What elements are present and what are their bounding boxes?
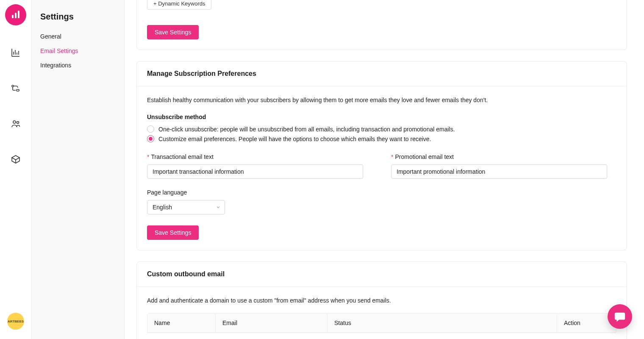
card-keywords: + Dynamic Keywords Save Settings — [136, 0, 627, 50]
radio-oneclick-row[interactable]: One-click unsubscribe: people will be un… — [147, 125, 616, 133]
svg-rect-2 — [18, 11, 19, 18]
svg-point-9 — [12, 85, 14, 87]
sidebar-item-email-settings[interactable]: Email Settings — [36, 44, 120, 58]
bar-chart-logo-icon — [11, 11, 20, 19]
audience-icon — [11, 119, 21, 129]
app-logo[interactable] — [5, 4, 26, 25]
required-marker: * — [147, 153, 149, 160]
promotional-input[interactable] — [391, 164, 607, 179]
card-custom-outbound-email: Custom outbound email Add and authentica… — [136, 261, 627, 339]
sidebar-item-label: Email Settings — [40, 47, 78, 54]
chat-launcher[interactable] — [608, 304, 632, 329]
transactional-label: Transactional email text — [151, 153, 213, 160]
subscription-description: Establish healthy communication with you… — [147, 97, 616, 103]
outbound-description: Add and authenticate a domain to use a c… — [147, 297, 616, 304]
col-name: Name — [147, 314, 215, 333]
save-settings-button[interactable]: Save Settings — [147, 225, 199, 240]
dynamic-keywords-button[interactable]: + Dynamic Keywords — [147, 0, 211, 10]
chat-icon — [613, 310, 626, 323]
svg-rect-10 — [17, 89, 19, 91]
radio-oneclick-input[interactable] — [147, 125, 154, 133]
page-language-label: Page language — [147, 189, 187, 196]
sidebar-item-general[interactable]: General — [36, 29, 120, 44]
nav-audience[interactable] — [7, 115, 24, 132]
user-avatar[interactable]: ARTBEES — [7, 313, 24, 330]
promotional-label: Promotional email text — [395, 153, 454, 160]
promotional-field: * Promotional email text — [391, 153, 616, 179]
nav-products[interactable] — [7, 151, 24, 168]
svg-point-12 — [17, 122, 19, 124]
svg-rect-0 — [12, 15, 14, 18]
transactional-input[interactable] — [147, 164, 363, 179]
sidebar-item-label: General — [40, 33, 61, 40]
analytics-icon — [11, 47, 21, 58]
settings-sidebar: Settings General Email Settings Integrat… — [31, 0, 125, 339]
page-language-value: English — [153, 204, 172, 211]
outbound-email-table: Name Email Status Action — [147, 313, 616, 333]
card-subscription-preferences: Manage Subscription Preferences Establis… — [136, 61, 627, 250]
card-title: Manage Subscription Preferences — [147, 70, 616, 78]
col-email: Email — [215, 314, 327, 333]
transactional-field: * Transactional email text — [147, 153, 372, 179]
unsubscribe-method-heading: Unsubscribe method — [147, 114, 616, 120]
main-content[interactable]: + Dynamic Keywords Save Settings Manage … — [125, 0, 644, 339]
svg-point-11 — [13, 121, 16, 123]
page-language-select[interactable]: English — [147, 200, 225, 214]
nav-analytics[interactable] — [7, 44, 24, 61]
radio-customize-input[interactable] — [147, 135, 154, 142]
col-action: Action — [557, 314, 616, 333]
required-marker: * — [391, 153, 393, 160]
col-status: Status — [327, 314, 557, 333]
flows-icon — [11, 83, 21, 93]
sidebar-item-label: Integrations — [40, 62, 71, 69]
svg-rect-1 — [15, 13, 17, 18]
save-settings-button-top[interactable]: Save Settings — [147, 25, 199, 39]
icon-rail: ARTBEES — [0, 0, 31, 339]
radio-oneclick-label: One-click unsubscribe: people will be un… — [158, 126, 455, 133]
avatar-label: ARTBEES — [8, 320, 24, 323]
card-title: Custom outbound email — [147, 270, 616, 278]
nav-flows[interactable] — [7, 80, 24, 97]
sidebar-title: Settings — [36, 8, 120, 26]
radio-customize-row[interactable]: Customize email preferences. People will… — [147, 135, 616, 142]
radio-customize-label: Customize email preferences. People will… — [158, 136, 431, 142]
sidebar-item-integrations[interactable]: Integrations — [36, 58, 120, 72]
box-icon — [11, 154, 21, 164]
